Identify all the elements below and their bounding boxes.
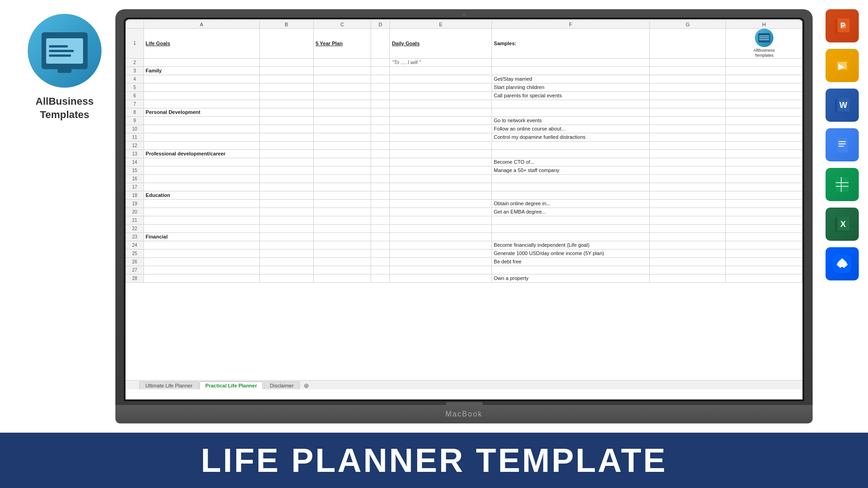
cell-A20 xyxy=(144,208,259,216)
cell-C10 xyxy=(313,125,371,133)
table-row: 28 Own a property xyxy=(126,274,802,282)
cell-E14 xyxy=(390,158,492,166)
abt-line-2 xyxy=(759,37,769,38)
cell-G20 xyxy=(649,208,726,216)
google-docs-icon[interactable] xyxy=(826,128,859,161)
table-row: 20 Get an EMBA degree... xyxy=(126,208,802,216)
row-num: 26 xyxy=(126,257,144,266)
cell-G25 xyxy=(649,249,726,257)
word-icon[interactable]: W xyxy=(826,89,859,122)
cell-G15 xyxy=(649,166,726,174)
cell-D6 xyxy=(371,91,390,100)
cell-E1: Daily Goals xyxy=(390,29,492,59)
cell-C28 xyxy=(313,274,371,282)
cell-H21 xyxy=(726,216,802,224)
cell-C6 xyxy=(313,91,371,100)
cell-B4 xyxy=(259,75,313,83)
cell-F5: Start planning children xyxy=(492,83,650,91)
svg-text:X: X xyxy=(840,220,846,229)
table-row: 18 Education xyxy=(126,191,802,199)
tab-disclaimer[interactable]: Disclaimer xyxy=(264,381,299,389)
dropbox-icon[interactable] xyxy=(826,247,859,280)
cell-H7 xyxy=(726,100,802,108)
abt-circle-inner xyxy=(758,33,770,42)
cell-D25 xyxy=(371,249,390,257)
cell-D16 xyxy=(371,174,390,183)
camera-dot xyxy=(462,13,466,17)
excel-icon[interactable]: X xyxy=(826,208,859,241)
cell-F14: Become CTO of... xyxy=(492,158,650,166)
cell-E4 xyxy=(390,75,492,83)
cell-C27 xyxy=(313,266,371,274)
cell-G8 xyxy=(649,108,726,116)
cell-E20 xyxy=(390,208,492,216)
cell-G22 xyxy=(649,224,726,232)
cell-D17 xyxy=(371,183,390,191)
google-sheets-icon[interactable] xyxy=(826,168,859,201)
cell-G12 xyxy=(649,141,726,149)
table-row: 11 Control my dopamine fuelled distracti… xyxy=(126,133,802,141)
cell-D22 xyxy=(371,224,390,232)
cell-H18 xyxy=(726,191,802,199)
macbook-label: MacBook xyxy=(445,410,483,418)
add-sheet-button[interactable]: ⊕ xyxy=(302,382,311,389)
cell-G9 xyxy=(649,116,726,125)
cell-G16 xyxy=(649,174,726,183)
cell-C12 xyxy=(313,141,371,149)
cell-C20 xyxy=(313,208,371,216)
table-row: 21 xyxy=(126,216,802,224)
cell-F2 xyxy=(492,58,650,66)
cell-F4: Get/Stay married xyxy=(492,75,650,83)
cell-H2 xyxy=(726,58,802,66)
cell-F7 xyxy=(492,100,650,108)
cell-D20 xyxy=(371,208,390,216)
cell-A18: Education xyxy=(144,191,259,199)
tab-practical-life-planner[interactable]: Practical Life Planner xyxy=(199,381,263,389)
cell-C15 xyxy=(313,166,371,174)
cell-F18 xyxy=(492,191,650,199)
cell-F17 xyxy=(492,183,650,191)
cell-B8 xyxy=(259,108,313,116)
cell-A15 xyxy=(144,166,259,174)
table-row: 5 Start planning children xyxy=(126,83,802,91)
cell-D2 xyxy=(371,58,390,66)
cell-C7 xyxy=(313,100,371,108)
svg-rect-12 xyxy=(838,143,846,144)
spreadsheet-table: A B C D E F G H xyxy=(126,20,802,283)
cell-F15: Manage a 50+ staff company xyxy=(492,166,650,174)
cell-H8 xyxy=(726,108,802,116)
cell-B12 xyxy=(259,141,313,149)
google-slides-icon[interactable]: ▶ xyxy=(826,49,859,82)
table-row: 10 Follow an online course about... xyxy=(126,125,802,133)
svg-rect-10 xyxy=(837,137,848,152)
cell-C1: 5 Year Plan xyxy=(313,29,371,59)
svg-rect-13 xyxy=(838,146,844,147)
cell-B20 xyxy=(259,208,313,216)
cell-F12 xyxy=(492,141,650,149)
row-num: 9 xyxy=(126,116,144,125)
svg-rect-11 xyxy=(838,141,846,142)
tab-ultimate-life-planner[interactable]: Ultimate Life Planner xyxy=(139,381,198,389)
table-row: 22 xyxy=(126,224,802,232)
macbook-container: A B C D E F G H xyxy=(115,9,813,423)
cell-F25: Generate 1000 USD/day online income (5Y … xyxy=(492,249,650,257)
spreadsheet: A B C D E F G H xyxy=(126,19,802,389)
cell-B22 xyxy=(259,224,313,232)
column-header-row: A B C D E F G H xyxy=(126,21,802,29)
cell-C8 xyxy=(313,108,371,116)
cell-D13 xyxy=(371,149,390,158)
powerpoint-icon[interactable]: P xyxy=(826,9,859,42)
cell-G18 xyxy=(649,191,726,199)
cell-D27 xyxy=(371,266,390,274)
cell-F8 xyxy=(492,108,650,116)
cell-E12 xyxy=(390,141,492,149)
table-row: 14 Become CTO of... xyxy=(126,158,802,166)
cell-E7 xyxy=(390,100,492,108)
cell-A12 xyxy=(144,141,259,149)
row-num: 20 xyxy=(126,208,144,216)
cell-F16 xyxy=(492,174,650,183)
cell-B23 xyxy=(259,232,313,241)
cell-F21 xyxy=(492,216,650,224)
cell-B6 xyxy=(259,91,313,100)
cell-E22 xyxy=(390,224,492,232)
